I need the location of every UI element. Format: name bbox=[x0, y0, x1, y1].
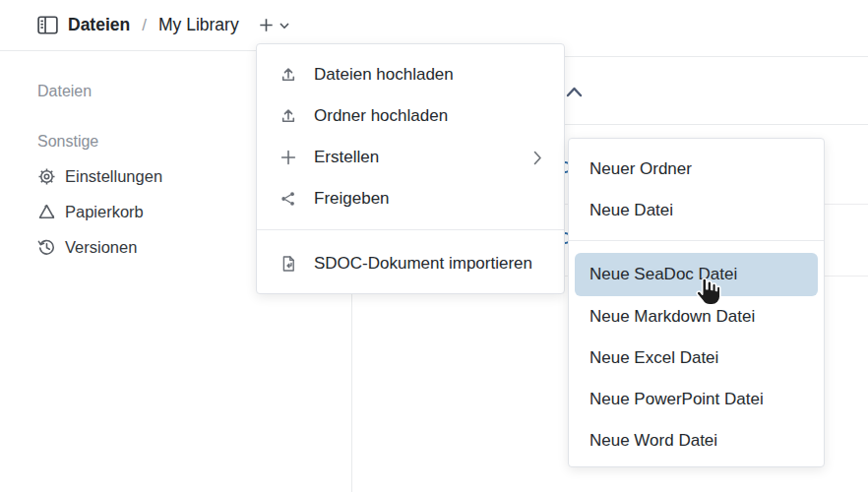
breadcrumb-current[interactable]: My Library bbox=[158, 15, 239, 35]
menu-item-sdoc-import[interactable]: SDOC-Dokument importieren bbox=[257, 242, 564, 285]
sidebar-section-dateien[interactable]: Dateien bbox=[37, 83, 92, 100]
breadcrumb-root[interactable]: Dateien bbox=[68, 15, 130, 35]
plus-icon bbox=[257, 16, 276, 34]
upload-icon bbox=[279, 107, 297, 125]
menu-item-label: SDOC-Dokument importieren bbox=[314, 254, 542, 274]
menu-item-label: Ordner hochladen bbox=[314, 106, 542, 126]
menu-item-dateien-hochladen[interactable]: Dateien hochladen bbox=[257, 54, 564, 95]
create-submenu: Neuer Ordner Neue Datei Neue SeaDoc Date… bbox=[568, 138, 825, 467]
menu-item-erstellen[interactable]: Erstellen bbox=[257, 137, 564, 178]
submenu-item-neue-markdown-datei[interactable]: Neue Markdown Datei bbox=[569, 296, 824, 338]
submenu-arrow-icon bbox=[533, 151, 542, 165]
sidebar-toggle-icon[interactable] bbox=[37, 16, 58, 34]
menu-item-label: Neue Datei bbox=[589, 201, 673, 220]
collapse-panel-icon[interactable] bbox=[566, 85, 583, 102]
submenu-item-neue-datei[interactable]: Neue Datei bbox=[569, 190, 824, 231]
menu-item-label: Neuer Ordner bbox=[589, 159, 692, 179]
menu-separator bbox=[257, 229, 564, 230]
menu-item-label: Erstellen bbox=[314, 148, 517, 167]
plus-icon bbox=[279, 149, 297, 166]
app-window: Dateien / My Library Dateien Sonstige bbox=[0, 0, 868, 492]
submenu-item-neue-powerpoint-datei[interactable]: Neue PowerPoint Datei bbox=[569, 379, 824, 420]
sidebar-section-sonstige: Sonstige bbox=[37, 133, 98, 151]
submenu-item-neue-word-datei[interactable]: Neue Word Datei bbox=[569, 420, 824, 461]
menu-item-label: Neue PowerPoint Datei bbox=[589, 390, 764, 409]
menu-item-ordner-hochladen[interactable]: Ordner hochladen bbox=[257, 95, 564, 137]
upload-icon bbox=[279, 66, 297, 84]
chevron-down-icon bbox=[279, 21, 290, 31]
sidebar-item-label: Einstellungen bbox=[65, 167, 162, 186]
menu-item-label: Dateien hochladen bbox=[314, 65, 542, 85]
sidebar-item-label: Papierkorb bbox=[65, 203, 144, 221]
submenu-item-neue-excel-datei[interactable]: Neue Excel Datei bbox=[569, 338, 824, 379]
breadcrumb-separator: / bbox=[140, 16, 149, 35]
gear-icon bbox=[37, 167, 56, 186]
add-dropdown-menu: Dateien hochladen Ordner hochladen Erste… bbox=[256, 43, 565, 294]
sidebar-item-papierkorb[interactable]: Papierkorb bbox=[37, 203, 144, 221]
menu-item-label: Neue Markdown Datei bbox=[589, 307, 755, 327]
add-new-button[interactable] bbox=[257, 16, 290, 34]
history-icon bbox=[37, 238, 56, 257]
sidebar-item-versionen[interactable]: Versionen bbox=[37, 238, 137, 257]
share-icon bbox=[279, 190, 297, 208]
menu-item-freigeben[interactable]: Freigeben bbox=[257, 178, 564, 219]
recycle-icon bbox=[37, 203, 56, 221]
submenu-item-neue-seadoc-datei[interactable]: Neue SeaDoc Datei bbox=[575, 253, 818, 296]
menu-separator bbox=[569, 240, 824, 241]
menu-item-label: Freigeben bbox=[314, 189, 542, 209]
table-header-divider bbox=[565, 124, 868, 125]
menu-item-label: Neue SeaDoc Datei bbox=[589, 265, 737, 284]
submenu-item-neuer-ordner[interactable]: Neuer Ordner bbox=[569, 149, 824, 190]
menu-item-label: Neue Word Datei bbox=[589, 431, 717, 451]
sidebar-item-label: Versionen bbox=[65, 238, 137, 257]
menu-item-label: Neue Excel Datei bbox=[589, 348, 718, 368]
sidebar-item-einstellungen[interactable]: Einstellungen bbox=[37, 167, 162, 186]
import-doc-icon bbox=[279, 255, 297, 273]
